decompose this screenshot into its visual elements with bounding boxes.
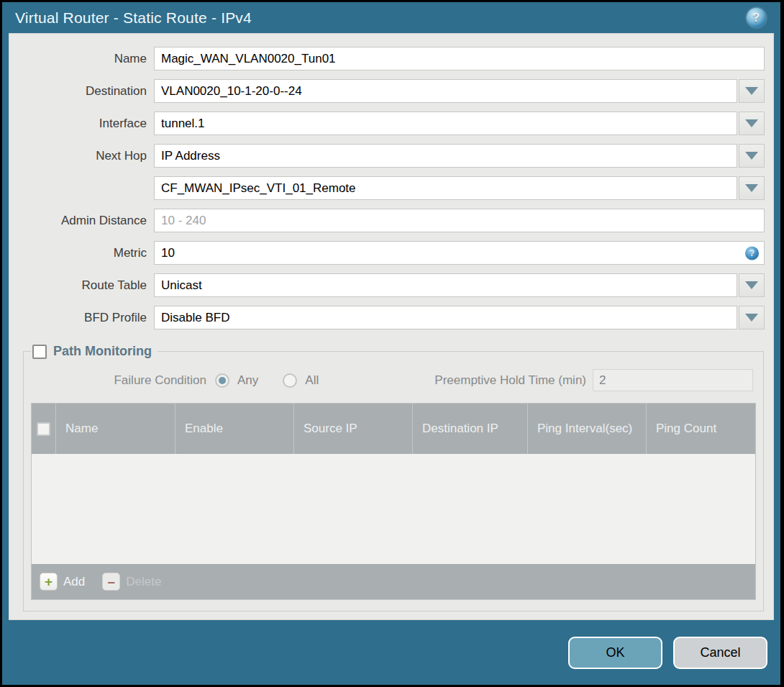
- form-row-destination: Destination: [9, 79, 765, 103]
- interface-label: Interface: [9, 117, 154, 131]
- path-monitoring-table: Name Enable Source IP Destination IP Pin…: [31, 403, 756, 600]
- column-header-ping-interval[interactable]: Ping Interval(sec): [528, 404, 647, 454]
- dialog-title: Virtual Router - Static Route - IPv4: [15, 9, 252, 27]
- admin-distance-input[interactable]: [154, 209, 765, 232]
- chevron-down-icon: [745, 184, 758, 192]
- bfd-profile-dropdown-button[interactable]: [739, 306, 765, 329]
- table-toolbar: + Add – Delete: [32, 564, 755, 599]
- metric-label: Metric: [9, 246, 154, 260]
- form-row-next-hop: Next Hop: [9, 144, 765, 168]
- minus-icon: –: [102, 573, 120, 591]
- failure-condition-radio-group: Any All: [215, 373, 343, 388]
- path-monitoring-section: Path Monitoring Failure Condition Any Al…: [23, 344, 764, 611]
- delete-button[interactable]: – Delete: [102, 573, 161, 591]
- failure-condition-label: Failure Condition: [31, 373, 215, 388]
- route-table-label: Route Table: [9, 278, 154, 293]
- route-table-dropdown-button[interactable]: [739, 273, 765, 297]
- form-row-bfd-profile: BFD Profile: [9, 306, 765, 329]
- path-monitoring-checkbox[interactable]: [32, 345, 47, 359]
- form-row-admin-distance: Admin Distance: [9, 209, 765, 232]
- metric-input[interactable]: [154, 241, 765, 265]
- dialog-titlebar: Virtual Router - Static Route - IPv4 ?: [2, 2, 780, 33]
- form-row-interface: Interface: [9, 112, 765, 135]
- preemptive-hold-time-group: Preemptive Hold Time (min): [434, 369, 753, 391]
- destination-label: Destination: [9, 84, 154, 99]
- bfd-profile-input[interactable]: [154, 306, 737, 329]
- column-header-destination-ip[interactable]: Destination IP: [413, 404, 528, 454]
- next-hop-address-dropdown-button[interactable]: [739, 176, 765, 200]
- next-hop-address-input[interactable]: [154, 176, 737, 200]
- plus-icon: +: [40, 573, 58, 591]
- destination-dropdown-button[interactable]: [739, 79, 765, 103]
- failure-condition-all-label: All: [305, 373, 319, 388]
- form-row-metric: Metric ?: [9, 241, 765, 265]
- name-input[interactable]: [154, 47, 765, 70]
- column-header-ping-count[interactable]: Ping Count: [647, 404, 755, 454]
- failure-condition-all-radio[interactable]: [283, 373, 297, 388]
- next-hop-type-dropdown-button[interactable]: [739, 144, 765, 168]
- form-row-next-hop-address: [9, 176, 765, 200]
- add-button-label: Add: [63, 575, 85, 589]
- failure-condition-any-radio[interactable]: [215, 373, 229, 388]
- column-header-name[interactable]: Name: [56, 404, 176, 454]
- dialog-window: Virtual Router - Static Route - IPv4 ? N…: [2, 2, 780, 685]
- table-body-empty: [32, 454, 755, 564]
- cancel-button[interactable]: Cancel: [673, 637, 767, 669]
- chevron-down-icon: [745, 281, 758, 289]
- form-row-name: Name: [9, 47, 765, 70]
- chevron-down-icon: [745, 119, 758, 127]
- destination-input[interactable]: [154, 79, 737, 103]
- path-monitoring-legend: Path Monitoring: [31, 344, 158, 359]
- help-icon[interactable]: ?: [747, 8, 766, 27]
- table-header-row: Name Enable Source IP Destination IP Pin…: [32, 404, 755, 454]
- failure-condition-row: Failure Condition Any All Preemptive Hol…: [31, 369, 753, 391]
- failure-condition-any-label: Any: [237, 373, 258, 388]
- select-all-checkbox[interactable]: [37, 422, 50, 436]
- chevron-down-icon: [745, 314, 758, 322]
- chevron-down-icon: [745, 87, 758, 95]
- next-hop-label: Next Hop: [9, 149, 154, 163]
- ok-button[interactable]: OK: [568, 637, 662, 669]
- metric-help-icon[interactable]: ?: [745, 246, 759, 260]
- name-label: Name: [9, 52, 154, 66]
- dialog-footer: OK Cancel: [2, 620, 780, 685]
- preemptive-hold-time-label: Preemptive Hold Time (min): [434, 373, 593, 388]
- dialog-content: Name Destination Interface: [9, 33, 774, 620]
- route-table-input[interactable]: [154, 273, 737, 297]
- delete-button-label: Delete: [126, 575, 161, 589]
- admin-distance-label: Admin Distance: [9, 214, 154, 228]
- next-hop-type-input[interactable]: [154, 144, 737, 168]
- bfd-profile-label: BFD Profile: [9, 311, 154, 325]
- column-header-enable[interactable]: Enable: [176, 404, 294, 454]
- interface-input[interactable]: [154, 112, 737, 135]
- add-button[interactable]: + Add: [40, 573, 85, 591]
- interface-dropdown-button[interactable]: [739, 112, 765, 135]
- table-header-select-all: [32, 404, 56, 454]
- path-monitoring-label: Path Monitoring: [53, 344, 152, 359]
- column-header-source-ip[interactable]: Source IP: [294, 404, 413, 454]
- form-row-route-table: Route Table: [9, 273, 765, 297]
- chevron-down-icon: [745, 152, 758, 160]
- preemptive-hold-time-input[interactable]: [593, 369, 753, 391]
